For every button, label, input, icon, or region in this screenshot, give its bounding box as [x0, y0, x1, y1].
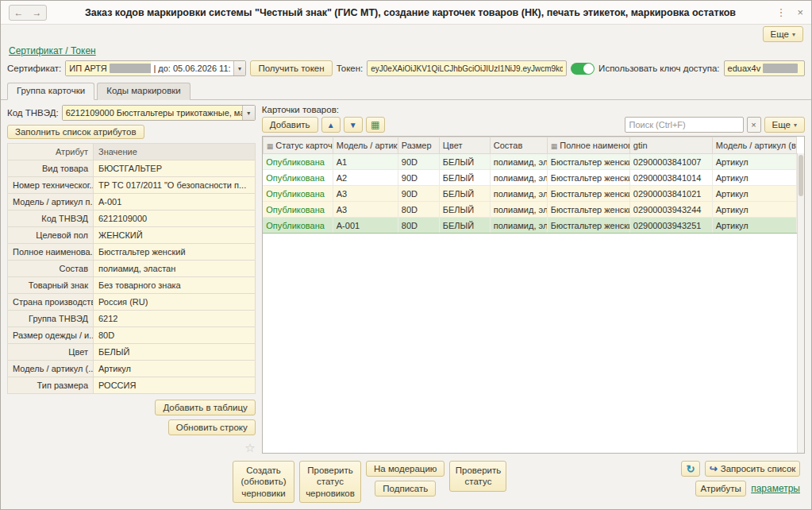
card-row[interactable]: Опубликована A2 90D БЕЛЫЙ полиамид, элас…	[263, 170, 796, 186]
vertical-scrollbar[interactable]	[797, 153, 804, 453]
card-row[interactable]: Опубликована A3 80D БЕЛЫЙ полиамид, элас…	[263, 202, 796, 218]
search-input[interactable]	[625, 117, 744, 133]
attribute-row[interactable]: Модель / артикул п...A-001	[8, 194, 256, 211]
column-composition[interactable]: Состав	[490, 137, 547, 154]
tab-marking-codes[interactable]: Коды маркировки	[97, 83, 190, 100]
use-access-key-toggle[interactable]	[571, 63, 595, 75]
scrollbar-thumb[interactable]	[799, 155, 803, 196]
move-up-button[interactable]: ▲	[321, 117, 341, 133]
main-content: Код ТНВЭД: 6212109000 Бюстгальтеры трико…	[1, 100, 811, 457]
table-settings-button[interactable]: ▦	[366, 117, 385, 133]
tnved-label: Код ТНВЭД:	[7, 108, 59, 118]
clear-search-icon[interactable]: ×	[747, 117, 761, 133]
footer-actions: Создать (обновить) черновики Проверить с…	[1, 457, 811, 509]
redacted-block	[763, 64, 798, 73]
moderation-button[interactable]: На модерацию	[366, 461, 444, 477]
attribute-row[interactable]: Код ТНВЭД6212109000	[8, 211, 256, 227]
table-grid-icon: ▦	[371, 119, 379, 130]
attributes-button[interactable]: Атрибуты	[695, 481, 746, 496]
more-button-cards[interactable]: Еще ▾	[764, 117, 805, 133]
attribute-row[interactable]: Модель / артикул (...Артикул	[8, 361, 256, 377]
star-icon[interactable]: ☆	[244, 442, 255, 454]
column-size[interactable]: Размер	[398, 137, 439, 154]
move-down-button[interactable]: ▼	[344, 117, 363, 133]
arrow-down-icon: ▼	[349, 121, 357, 129]
tnved-row: Код ТНВЭД: 6212109000 Бюстгальтеры трико…	[7, 105, 256, 121]
left-actions: Добавить в таблицу Обновить строку ☆	[7, 400, 256, 454]
chevron-down-icon[interactable]: ▾	[233, 61, 246, 75]
attribute-row[interactable]: Товарный знакБез товарного знака	[8, 277, 256, 294]
more-button-top[interactable]: Еще ▾	[763, 26, 803, 42]
check-drafts-status-button[interactable]: Проверить статус черновиков	[299, 461, 361, 503]
certificate-token-link[interactable]: Сертификат / Токен	[9, 45, 96, 56]
tab-bar: Группа карточки Коды маркировки	[1, 79, 811, 100]
refresh-icon: ↻	[687, 463, 695, 475]
tnved-value: 6212109000 Бюстгальтеры трикотажные, маш…	[63, 106, 242, 120]
certificate-select[interactable]: ИП АРТЯ | до: 05.06.2026 11: ▾	[65, 60, 246, 76]
sign-button[interactable]: Подписать	[375, 481, 436, 496]
attribute-row[interactable]: Тип размераРОССИЯ	[8, 377, 256, 394]
request-list-button[interactable]: ↪ Запросить список	[705, 461, 800, 477]
card-row[interactable]: Опубликована A1 90D БЕЛЫЙ полиамид, элас…	[263, 154, 796, 170]
attribute-row[interactable]: Размер одежды / и...80D	[8, 327, 256, 344]
attr-column-header: Атрибут	[8, 144, 94, 160]
refresh-button[interactable]: ↻	[681, 461, 700, 477]
tnved-select[interactable]: 6212109000 Бюстгальтеры трикотажные, маш…	[62, 105, 256, 121]
column-color[interactable]: Цвет	[439, 137, 490, 154]
request-arrow-icon: ↪	[710, 463, 718, 474]
arrow-up-icon: ▲	[327, 121, 335, 129]
update-row-button[interactable]: Обновить строку	[168, 419, 256, 435]
column-model[interactable]: Модель / артикул	[333, 137, 398, 154]
token-input[interactable]: eyJ0eXAiOiJKV1QiLCJhbGciOiJIUzI1NiJ9.eyJ…	[367, 60, 567, 76]
certificate-label: Сертификат:	[7, 64, 61, 73]
attribute-row[interactable]: Группа ТНВЭД6212	[8, 311, 256, 327]
attribute-row[interactable]: ЦветБЕЛЫЙ	[8, 344, 256, 361]
more-button-cards-label: Еще	[772, 120, 791, 129]
close-icon[interactable]: ×	[797, 6, 803, 18]
menu-icon[interactable]: ⋮	[775, 6, 786, 18]
certificate-valid-until: | до: 05.06.2026 11:	[151, 61, 233, 75]
column-full-name[interactable]: ▦Полное наименов...	[547, 137, 629, 154]
app-window: ← → Заказ кодов маркировки системы "Чест…	[0, 0, 812, 510]
tab-card-group[interactable]: Группа карточки	[7, 83, 94, 100]
chevron-down-icon[interactable]: ▾	[242, 106, 255, 120]
access-key-input[interactable]: eduax4v	[724, 60, 805, 76]
request-list-label: Запросить список	[721, 464, 796, 473]
grid-icon: ▦	[267, 142, 274, 150]
column-model-kind[interactable]: Модель / артикул (вид)	[712, 137, 796, 154]
cards-table: ▦Статус карточки Модель / артикул Размер…	[263, 137, 797, 234]
parameters-link[interactable]: параметры	[751, 483, 800, 494]
card-row-selected[interactable]: Опубликована A-001 80D БЕЛЫЙ полиамид, э…	[263, 218, 796, 234]
token-value: eyJ0eXAiOiJKV1QiLCJhbGciOiJIUzI1NiJ9.eyJ…	[371, 64, 563, 73]
certificate-link-row: Сертификат / Токен	[1, 44, 811, 58]
attribute-row[interactable]: Вид товараБЮСТГАЛЬТЕР	[8, 160, 256, 177]
back-icon[interactable]: ←	[10, 6, 27, 19]
fill-attributes-button[interactable]: Заполнить список атрибутов	[7, 125, 144, 139]
attribute-row[interactable]: Целевой полЖЕНСКИЙ	[8, 227, 256, 244]
attribute-row[interactable]: Номер техническог...ТР ТС 017/2011 "О бе…	[8, 177, 256, 194]
card-row[interactable]: Опубликована A3 90D БЕЛЫЙ полиамид, элас…	[263, 186, 796, 202]
attribute-row[interactable]: Полное наименова...Бюстгальтер женский	[8, 244, 256, 261]
column-gtin[interactable]: gtin	[629, 137, 712, 154]
cards-panel: Карточки товаров: Добавить ▲ ▼ ▦ × Еще ▾	[262, 105, 805, 454]
attributes-table: Атрибут Значение Вид товараБЮСТГАЛЬТЕР Н…	[7, 143, 256, 394]
add-to-table-button[interactable]: Добавить в таблицу	[155, 400, 255, 415]
forward-icon[interactable]: →	[29, 6, 45, 19]
certificate-row: Сертификат: ИП АРТЯ | до: 05.06.2026 11:…	[1, 58, 811, 79]
nav-history-group: ← →	[9, 5, 47, 21]
check-status-button[interactable]: Проверить статус	[449, 461, 506, 492]
moderation-stack: На модерацию Подписать	[366, 461, 444, 496]
chevron-down-icon: ▾	[792, 31, 795, 38]
attribute-row[interactable]: Страна производстваРоссия (RU)	[8, 294, 256, 311]
get-token-button[interactable]: Получить токен	[250, 60, 332, 76]
attributes-panel: Код ТНВЭД: 6212109000 Бюстгальтеры трико…	[7, 105, 256, 454]
attribute-row[interactable]: Составполиамид, эластан	[8, 261, 256, 277]
top-actions-row: Еще ▾	[1, 25, 811, 44]
create-drafts-button[interactable]: Создать (обновить) черновики	[233, 461, 294, 503]
column-status[interactable]: ▦Статус карточки	[263, 137, 333, 154]
chevron-down-icon: ▾	[794, 122, 797, 129]
footer-right-actions: ↻ ↪ Запросить список Атрибуты параметры	[681, 461, 800, 496]
add-card-button[interactable]: Добавить	[262, 117, 318, 133]
grid-icon: ▦	[551, 142, 558, 150]
page-title: Заказ кодов маркировки системы "Честный …	[47, 7, 775, 18]
